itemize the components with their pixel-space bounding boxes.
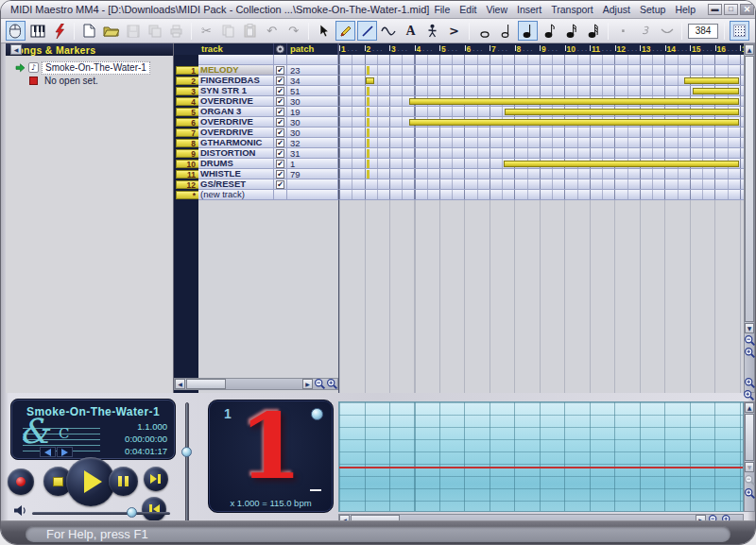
track-name-cell[interactable]: SYN STR 1: [198, 86, 274, 96]
pitch-slider-track[interactable]: [185, 402, 189, 525]
track-patch-cell[interactable]: [287, 179, 338, 190]
scroll-down-arrow[interactable]: ▼: [745, 323, 754, 333]
new-track-row[interactable]: *(new track): [174, 190, 744, 200]
save-copy[interactable]: [145, 21, 164, 41]
track-timeline-cells[interactable]: [338, 169, 744, 179]
track-timeline-cells[interactable]: [338, 96, 744, 107]
note-event-bar[interactable]: [504, 161, 739, 167]
track-area-vscrollbar[interactable]: ▲ ▼: [744, 43, 755, 393]
track-patch-cell[interactable]: 30: [287, 128, 338, 138]
tree-item-no-open-set-[interactable]: No open set.: [15, 75, 173, 87]
curve-tool[interactable]: [379, 21, 399, 41]
midi-panic[interactable]: [49, 21, 69, 41]
track-row[interactable]: 2FINGERDBAS✔34: [174, 76, 744, 86]
hscroll-thumb[interactable]: [186, 379, 226, 389]
track-patch-cell[interactable]: 32: [287, 138, 338, 148]
track-enable-cell[interactable]: ✔: [274, 169, 287, 179]
resolution-input[interactable]: [688, 24, 718, 39]
track-timeline-cells[interactable]: [338, 117, 744, 128]
track-number-cell[interactable]: 9: [174, 148, 198, 159]
graph-zoom-out-vertical-button[interactable]: [744, 474, 756, 486]
undo[interactable]: ↶: [262, 21, 282, 41]
graph-scroll-up-arrow[interactable]: ▲: [745, 402, 754, 413]
event-tick[interactable]: [367, 149, 369, 158]
track-patch-cell[interactable]: 79: [287, 169, 338, 179]
scroll-right-arrow[interactable]: ▶: [302, 379, 313, 389]
track-number-cell[interactable]: 10: [174, 159, 198, 169]
sync-scroll-tool[interactable]: [6, 21, 26, 41]
cut[interactable]: ✂: [197, 21, 216, 41]
track-row[interactable]: 10DRUMS✔1: [174, 159, 744, 169]
track-row[interactable]: 6OVERDRIVE✔30: [174, 117, 744, 128]
event-tick[interactable]: [367, 87, 369, 95]
track-row[interactable]: 1MELODY✔23: [174, 65, 744, 76]
volume-slider-track[interactable]: [32, 512, 170, 515]
track-patch-cell[interactable]: 31: [287, 148, 338, 159]
skip-to-end-button[interactable]: [144, 467, 168, 491]
note-event-bar[interactable]: [409, 98, 739, 105]
scroll-left-arrow[interactable]: ◀: [175, 379, 185, 389]
track-name-cell[interactable]: DISTORTION: [198, 148, 274, 159]
track-number-tab[interactable]: 5: [176, 108, 198, 116]
track-row[interactable]: 5ORGAN 3✔19: [174, 107, 744, 117]
menu-adjust[interactable]: Adjust: [603, 4, 630, 15]
track-timeline-cells[interactable]: [338, 159, 744, 169]
track-number-cell[interactable]: 8: [174, 138, 198, 148]
grid-snap-toggle[interactable]: [730, 21, 749, 41]
measure-ruler[interactable]: 1...2...3...4...5...6...7...8...9...10..…: [338, 43, 744, 55]
track-number-tab[interactable]: 2: [176, 77, 198, 85]
menu-setup[interactable]: Setup: [640, 4, 665, 15]
record-button[interactable]: [8, 468, 34, 495]
track-timeline-cells[interactable]: [338, 65, 744, 76]
eighth-note[interactable]: [540, 21, 559, 41]
expression-tool[interactable]: [422, 21, 442, 41]
track-number-tab[interactable]: 4: [176, 97, 198, 106]
track-enable-cell[interactable]: ✔: [274, 76, 287, 86]
track-name-cell[interactable]: (new track): [198, 190, 274, 200]
paste[interactable]: [240, 21, 260, 41]
note-event-bar[interactable]: [684, 77, 739, 84]
track-enable-cell[interactable]: ✔: [274, 86, 287, 96]
track-enable-checkbox[interactable]: ✔: [276, 77, 284, 85]
save-file[interactable]: [123, 21, 143, 41]
track-number-cell[interactable]: 5: [174, 107, 198, 117]
menu-view[interactable]: View: [486, 4, 507, 15]
track-enable-checkbox[interactable]: ✔: [276, 160, 284, 168]
track-timeline-cells[interactable]: [338, 190, 744, 200]
graph-vscroll-thumb[interactable]: [745, 414, 754, 461]
track-enable-cell[interactable]: ✔: [274, 65, 287, 76]
track-row[interactable]: 7OVERDRIVE✔30: [174, 128, 744, 138]
track-enable-cell[interactable]: ✔: [274, 117, 287, 128]
track-timeline-cells[interactable]: [338, 148, 744, 159]
track-name-cell[interactable]: OVERDRIVE: [198, 128, 274, 138]
track-enable-checkbox[interactable]: ✔: [276, 108, 284, 116]
menu-transport[interactable]: Transport: [551, 4, 593, 15]
track-number-tab[interactable]: 8: [176, 139, 198, 147]
redo[interactable]: ↷: [284, 21, 303, 41]
track-enable-cell[interactable]: ✔: [274, 128, 287, 138]
new-file[interactable]: [79, 21, 99, 41]
event-tick[interactable]: [367, 97, 369, 106]
zoom-in-button[interactable]: [326, 378, 338, 390]
track-timeline-cells[interactable]: [338, 107, 744, 117]
track-number-cell[interactable]: 4: [174, 96, 198, 107]
track-timeline-cells[interactable]: [338, 179, 744, 190]
note-event-bar[interactable]: [366, 77, 374, 84]
close-button[interactable]: ✕: [740, 4, 754, 15]
track-row[interactable]: 12GS/RESET✔: [174, 179, 744, 190]
maximize-button[interactable]: □: [724, 4, 738, 15]
track-number-tab[interactable]: 12: [176, 180, 198, 189]
zoom-fit-button[interactable]: [744, 377, 756, 389]
track-number-tab[interactable]: 1: [176, 66, 198, 75]
menu-insert[interactable]: Insert: [517, 4, 541, 15]
track-timeline-cells[interactable]: [338, 128, 744, 138]
track-number-cell[interactable]: 7: [174, 128, 198, 138]
track-enable-cell[interactable]: ✔: [274, 159, 287, 169]
previous-marker-button[interactable]: [40, 447, 56, 457]
copy[interactable]: [218, 21, 238, 41]
open-file[interactable]: [101, 21, 121, 41]
event-tick[interactable]: [367, 108, 369, 116]
track-patch-cell[interactable]: 30: [287, 96, 338, 107]
track-number-tab[interactable]: 7: [176, 128, 198, 137]
tree-item-smoke-on-the-water-1[interactable]: ♪Smoke-On-The-Water-1: [15, 61, 173, 74]
